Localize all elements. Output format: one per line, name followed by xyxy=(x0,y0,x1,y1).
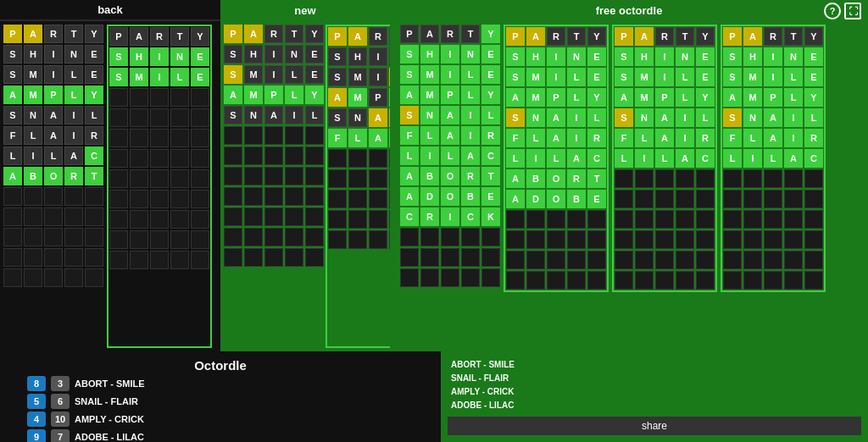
cell: P xyxy=(264,86,283,104)
cell xyxy=(264,126,283,145)
cell xyxy=(244,146,263,165)
cell xyxy=(130,129,148,147)
grid-row: S N A I L xyxy=(224,106,324,124)
cell: R xyxy=(44,25,63,43)
cell xyxy=(191,108,209,127)
cell xyxy=(170,251,189,269)
cell xyxy=(285,187,303,206)
cell xyxy=(244,207,263,226)
cell: I xyxy=(285,106,303,124)
cell: T xyxy=(64,25,83,43)
cell: Y xyxy=(85,86,103,104)
cell xyxy=(328,169,347,188)
cell xyxy=(170,88,189,107)
cell: B xyxy=(24,167,42,185)
cell xyxy=(305,228,324,246)
cell: M xyxy=(244,86,263,104)
new-tab[interactable]: new xyxy=(220,0,390,21)
grid-row: L I L A C xyxy=(3,146,103,165)
cell: L xyxy=(24,126,42,145)
cell xyxy=(348,230,367,249)
score-badge-1b: 3 xyxy=(51,376,70,391)
cell: P xyxy=(44,86,63,104)
free-tab[interactable]: free octordle ? ⛶ xyxy=(390,0,868,21)
cell xyxy=(348,190,367,208)
cell xyxy=(109,108,128,127)
grid-row xyxy=(224,146,324,165)
grid-row xyxy=(224,126,324,145)
grid-row xyxy=(109,149,209,168)
cell: P xyxy=(328,27,347,46)
cell xyxy=(85,187,103,206)
cell xyxy=(369,190,387,208)
cell xyxy=(150,88,169,107)
cell xyxy=(170,210,189,229)
cell: A xyxy=(224,86,242,104)
cell xyxy=(244,126,263,145)
cell: R xyxy=(264,25,283,43)
cell xyxy=(3,207,22,226)
cell xyxy=(150,190,169,208)
cell xyxy=(285,248,303,267)
cell xyxy=(150,210,169,229)
cell xyxy=(305,146,324,165)
cell xyxy=(285,126,303,145)
cell: R xyxy=(369,27,387,46)
octordle-title: Octordle xyxy=(194,358,247,373)
cell xyxy=(24,187,42,206)
cell: E xyxy=(191,47,209,66)
cell: N xyxy=(170,47,189,66)
score-text-2: SNAIL - FLAIR xyxy=(75,396,138,406)
grid-row xyxy=(224,228,324,246)
cell: I xyxy=(150,68,169,86)
cell: A xyxy=(264,106,283,124)
back-label: back xyxy=(97,3,123,16)
cell: A xyxy=(3,167,22,185)
grid-row: S M I L E xyxy=(109,68,209,86)
free-grid-3: PARTY SHINE SMILE AMPLY SNAIL FLAIR LILA… xyxy=(612,25,717,292)
cell xyxy=(150,108,169,127)
cell xyxy=(224,228,242,246)
cell: R xyxy=(150,27,169,46)
grid-row xyxy=(224,248,324,267)
grid-row xyxy=(3,207,103,226)
cell: S xyxy=(3,106,22,124)
cell xyxy=(130,251,148,269)
cell: S xyxy=(109,47,128,66)
share-button[interactable]: share xyxy=(448,417,861,435)
cell: M xyxy=(348,68,367,86)
cell xyxy=(3,268,22,287)
cell: P xyxy=(109,27,128,46)
cell: H xyxy=(348,47,367,66)
cell xyxy=(44,228,63,246)
help-icon[interactable]: ? xyxy=(824,3,841,19)
cell xyxy=(369,169,387,188)
cell xyxy=(224,167,242,185)
cell xyxy=(264,207,283,226)
cell: S xyxy=(328,68,347,86)
cell xyxy=(150,169,169,188)
cell xyxy=(191,129,209,147)
cell xyxy=(348,169,367,188)
cell xyxy=(44,248,63,267)
cell: A xyxy=(64,146,83,165)
free-label: free octordle xyxy=(596,4,663,17)
grid-row xyxy=(224,187,324,206)
cell xyxy=(170,149,189,168)
grid-row: P A R T Y xyxy=(3,25,103,43)
score-text-1: ABORT - SMILE xyxy=(75,378,145,389)
cell xyxy=(150,149,169,168)
grid-row: S M I L E xyxy=(3,65,103,84)
cell xyxy=(328,230,347,249)
bottom-right-panel: ABORT - SMILE SNAIL - FLAIR AMPLY - CRIC… xyxy=(441,351,868,442)
cell xyxy=(130,230,148,249)
cell: I xyxy=(44,45,63,64)
back-tab[interactable]: back xyxy=(0,0,220,21)
grid-row: A B O R T xyxy=(3,167,103,185)
cell: H xyxy=(24,45,42,64)
cell: A xyxy=(3,86,22,104)
score-row-2: 5 6 SNAIL - FLAIR xyxy=(27,394,431,409)
cell xyxy=(224,187,242,206)
fullscreen-icon[interactable]: ⛶ xyxy=(844,3,861,19)
cell xyxy=(130,149,148,168)
